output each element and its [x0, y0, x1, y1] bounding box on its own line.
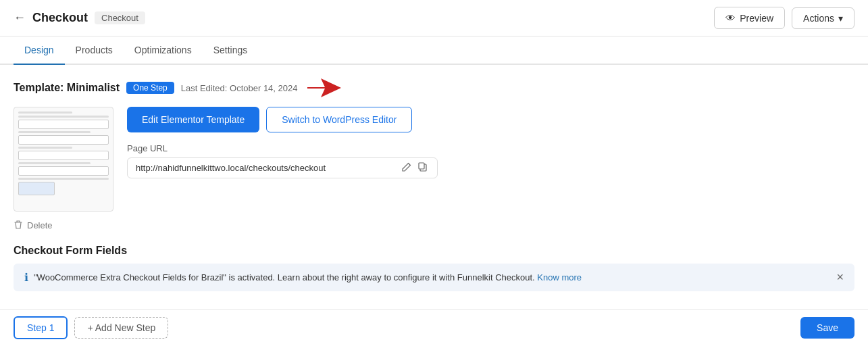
copy-icon: [418, 162, 428, 172]
page-url-section: Page URL http://nahidfunnelkittwo.local/…: [127, 143, 854, 178]
template-title: Template: Minimalist: [14, 82, 120, 94]
info-banner-left: ℹ "WooCommerce Extra Checkout Fields for…: [24, 271, 582, 284]
breadcrumb-badge: Checkout: [95, 11, 145, 24]
preview-small-box: [18, 182, 55, 195]
edit-elementor-button[interactable]: Edit Elementor Template: [127, 107, 259, 132]
last-edited-text: Last Edited: October 14, 2024: [181, 83, 298, 93]
checkout-form-title: Checkout Form Fields: [14, 245, 854, 257]
delete-row[interactable]: Delete: [14, 220, 854, 231]
preview-line: [18, 178, 109, 180]
bottom-bar: Step 1 + Add New Step Save: [0, 309, 868, 314]
preview-button[interactable]: 👁 Preview: [714, 7, 785, 29]
page-url-label: Page URL: [127, 143, 854, 153]
preview-line: [18, 131, 91, 133]
preview-box: [18, 120, 109, 129]
info-link-prefix: Learn about the right away to configure …: [278, 272, 535, 282]
close-banner-button[interactable]: ×: [836, 270, 844, 285]
template-actions: Edit Elementor Template Switch to WordPr…: [127, 107, 854, 178]
template-thumbnail: [14, 107, 113, 212]
actions-button[interactable]: Actions ▾: [792, 7, 854, 29]
tab-settings[interactable]: Settings: [203, 36, 259, 65]
switch-editor-button[interactable]: Switch to WordPress Editor: [266, 107, 412, 132]
red-arrow-icon: [307, 78, 341, 97]
preview-box: [18, 151, 109, 160]
info-banner-text: "WooCommerce Extra Checkout Fields for B…: [34, 272, 582, 282]
template-body: Edit Elementor Template Switch to WordPr…: [14, 107, 854, 212]
header-left: ← Checkout Checkout: [14, 11, 145, 25]
action-buttons: Edit Elementor Template Switch to WordPr…: [127, 107, 854, 132]
trash-icon: [14, 220, 23, 231]
main-content: Template: Minimalist One Step Last Edite…: [0, 65, 868, 314]
url-input-row: http://nahidfunnelkittwo.local/checkouts…: [127, 157, 438, 178]
preview-line: [18, 116, 109, 118]
url-text: http://nahidfunnelkittwo.local/checkouts…: [136, 163, 397, 173]
info-banner: ℹ "WooCommerce Extra Checkout Fields for…: [14, 264, 854, 291]
eye-icon: 👁: [725, 12, 736, 24]
pencil-icon: [402, 162, 411, 172]
svg-rect-2: [419, 163, 424, 169]
copy-url-button[interactable]: [417, 162, 429, 174]
preview-label: Preview: [740, 13, 773, 24]
preview-line: [18, 147, 72, 149]
top-header: ← Checkout Checkout 👁 Preview Actions ▾: [0, 0, 868, 36]
preview-box: [18, 135, 109, 145]
know-more-link[interactable]: Know more: [537, 272, 582, 282]
preview-box: [18, 166, 109, 176]
template-header: Template: Minimalist One Step Last Edite…: [14, 78, 854, 97]
chevron-down-icon: ▾: [838, 13, 843, 24]
delete-label: Delete: [27, 220, 53, 230]
checkout-form-section: Checkout Form Fields ℹ "WooCommerce Extr…: [14, 245, 854, 291]
info-icon: ℹ: [24, 271, 28, 284]
back-icon: ←: [14, 11, 26, 25]
preview-line: [18, 112, 72, 114]
info-main-text: "WooCommerce Extra Checkout Fields for B…: [34, 272, 275, 282]
svg-marker-0: [307, 78, 341, 97]
preview-line: [18, 162, 91, 164]
page-title: Checkout: [32, 11, 88, 25]
header-right: 👁 Preview Actions ▾: [714, 7, 854, 29]
tab-design[interactable]: Design: [14, 36, 65, 65]
one-step-badge: One Step: [126, 82, 174, 94]
nav-tabs: Design Products Optimizations Settings: [0, 36, 868, 65]
tab-products[interactable]: Products: [65, 36, 124, 65]
edit-url-button[interactable]: [401, 162, 413, 174]
back-button[interactable]: ←: [14, 11, 26, 25]
actions-label: Actions: [803, 13, 834, 24]
tab-optimizations[interactable]: Optimizations: [124, 36, 203, 65]
